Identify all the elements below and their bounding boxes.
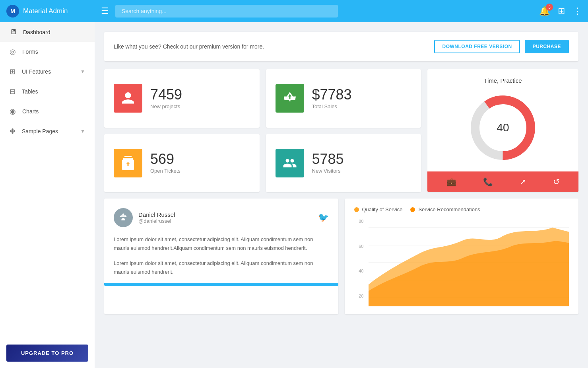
chevron-down-icon-2: ▼: [80, 129, 85, 134]
stat-value-open-tickets: 569: [150, 152, 180, 166]
tweet-name: Daniel Russel: [138, 211, 175, 218]
layout: 🖥 Dashboard ◎ Forms ⊞ UI Features ▼ ⊟ Ta…: [0, 22, 588, 368]
new-visitors-icon-box: [276, 149, 304, 177]
sidebar-label-charts: Charts: [22, 108, 39, 115]
donut-card: Time, Practice 40 💼 📞: [427, 69, 578, 192]
sidebar-item-dashboard[interactable]: 🖥 Dashboard: [0, 22, 95, 42]
twitter-icon: 🐦: [318, 212, 329, 223]
purchase-button[interactable]: PURCHASE: [525, 40, 569, 53]
stat-info-open-tickets: 569 Open Tickets: [150, 152, 180, 174]
stat-info-new-visitors: 5785 New Visitors: [312, 152, 344, 174]
area-chart-svg: [369, 219, 569, 306]
stat-info-total-sales: $7783 Total Sales: [312, 88, 352, 109]
tweet-footer-bar: [104, 283, 338, 286]
sidebar-label-tables: Tables: [22, 88, 38, 95]
total-sales-icon-box: [276, 84, 304, 113]
tweet-body-1: Lorem ipsum dolor sit amet, consectetur …: [114, 235, 329, 253]
legend-label-quality: Quality of Service: [362, 206, 403, 212]
chevron-down-icon: ▼: [80, 69, 85, 74]
notification-badge: 3: [546, 4, 553, 11]
tables-icon: ⊟: [10, 87, 16, 96]
donut-wrapper: 40: [467, 92, 539, 164]
donut-title: Time, Practice: [427, 69, 578, 84]
donut-value: 40: [497, 121, 509, 134]
y-label-60: 60: [359, 244, 363, 249]
legend-quality: Quality of Service: [354, 206, 403, 212]
y-axis-labels: 80 60 40 20: [354, 219, 366, 298]
y-label-20: 20: [359, 294, 363, 298]
stat-card-new-projects: 7459 New projects: [104, 69, 260, 128]
tweet-avatar: [114, 208, 133, 227]
stat-label-new-projects: New projects: [150, 103, 182, 109]
legend-recommendations: Service Recommendations: [410, 206, 480, 212]
tweet-handle: @danielrussel: [138, 218, 175, 224]
stat-card-total-sales: $7783 Total Sales: [266, 69, 421, 128]
main-content: Like what you see? Check out our premium…: [95, 22, 588, 368]
sidebar-label-dashboard: Dashboard: [23, 29, 50, 35]
search-input[interactable]: [115, 5, 338, 18]
sidebar-item-charts[interactable]: ◉ Charts: [0, 101, 95, 121]
stat-card-open-tickets: 569 Open Tickets: [104, 134, 260, 193]
new-projects-icon-box: [114, 84, 142, 113]
chart-svg-area: [369, 219, 569, 306]
legend-dot-recommendations: [410, 207, 415, 212]
stat-info-new-projects: 7459 New projects: [150, 88, 182, 109]
y-label-40: 40: [359, 269, 363, 273]
brand-name: Material Admin: [23, 7, 68, 15]
ui-icon: ⊞: [10, 67, 16, 76]
sidebar-item-ui-features[interactable]: ⊞ UI Features ▼: [0, 62, 95, 82]
donut-actions: 💼 📞 ↗ ↺: [427, 171, 578, 192]
stat-card-new-visitors: 5785 New Visitors: [266, 134, 421, 193]
notification-bell[interactable]: 🔔 3: [539, 6, 550, 16]
tweet-body-2: Lorem ipsum dolor sit amet, consectetur …: [114, 259, 329, 276]
sidebar-label-forms: Forms: [22, 49, 38, 55]
apps-icon[interactable]: ⊞: [558, 6, 565, 16]
topnav: M Material Admin ☰ 🔔 3 ⊞ ⋮: [0, 0, 588, 22]
sidebar-item-forms[interactable]: ◎ Forms: [0, 42, 95, 62]
sidebar: 🖥 Dashboard ◎ Forms ⊞ UI Features ▼ ⊟ Ta…: [0, 22, 95, 368]
chart-container: 80 60 40 20: [354, 219, 569, 306]
briefcase-icon[interactable]: 💼: [446, 177, 456, 187]
stats-grid: 7459 New projects $7783 Total Sales Ti: [104, 69, 578, 192]
brand-avatar: M: [6, 5, 19, 18]
menu-icon[interactable]: ☰: [101, 6, 109, 16]
charts-icon: ◉: [10, 107, 16, 116]
stat-value-new-visitors: 5785: [312, 152, 344, 166]
stat-value-new-projects: 7459: [150, 88, 182, 102]
tweet-header: Daniel Russel @danielrussel 🐦: [114, 208, 329, 227]
tweet-card: Daniel Russel @danielrussel 🐦 Lorem ipsu…: [104, 199, 338, 314]
dashboard-icon: 🖥: [10, 28, 17, 36]
y-label-80: 80: [359, 219, 363, 224]
promo-actions: DOWNLOAD FREE VERSION PURCHASE: [434, 40, 569, 53]
phone-icon[interactable]: 📞: [483, 177, 493, 187]
chart-card: Quality of Service Service Recommendatio…: [345, 199, 579, 314]
legend-label-recommendations: Service Recommendations: [418, 206, 480, 212]
open-tickets-icon-box: [114, 149, 142, 177]
sidebar-label-sample: Sample Pages: [22, 128, 58, 134]
stat-label-open-tickets: Open Tickets: [150, 168, 180, 174]
tweet-user-info: Daniel Russel @danielrussel: [138, 211, 175, 224]
chart-legend: Quality of Service Service Recommendatio…: [354, 206, 569, 212]
promo-banner: Like what you see? Check out our premium…: [104, 32, 578, 61]
share-icon[interactable]: ↗: [520, 177, 526, 187]
refresh-icon[interactable]: ↺: [553, 177, 560, 187]
stat-label-total-sales: Total Sales: [312, 103, 352, 109]
promo-text: Like what you see? Check out our premium…: [114, 43, 434, 50]
topnav-right: 🔔 3 ⊞ ⋮: [539, 6, 582, 16]
upgrade-to-pro-button[interactable]: UPGRADE TO PRO: [6, 345, 88, 362]
legend-dot-quality: [354, 207, 359, 212]
stat-label-new-visitors: New Visitors: [312, 168, 344, 174]
sample-icon: ✤: [10, 127, 16, 136]
donut-center: 40: [427, 84, 578, 171]
download-free-button[interactable]: DOWNLOAD FREE VERSION: [434, 40, 520, 53]
bottom-grid: Daniel Russel @danielrussel 🐦 Lorem ipsu…: [104, 199, 578, 314]
brand: M Material Admin: [6, 5, 101, 18]
stat-value-total-sales: $7783: [312, 88, 352, 102]
sidebar-item-tables[interactable]: ⊟ Tables: [0, 82, 95, 101]
more-icon[interactable]: ⋮: [573, 6, 582, 16]
forms-icon: ◎: [10, 47, 16, 56]
sidebar-label-ui: UI Features: [22, 68, 51, 75]
sidebar-item-sample-pages[interactable]: ✤ Sample Pages ▼: [0, 121, 95, 141]
